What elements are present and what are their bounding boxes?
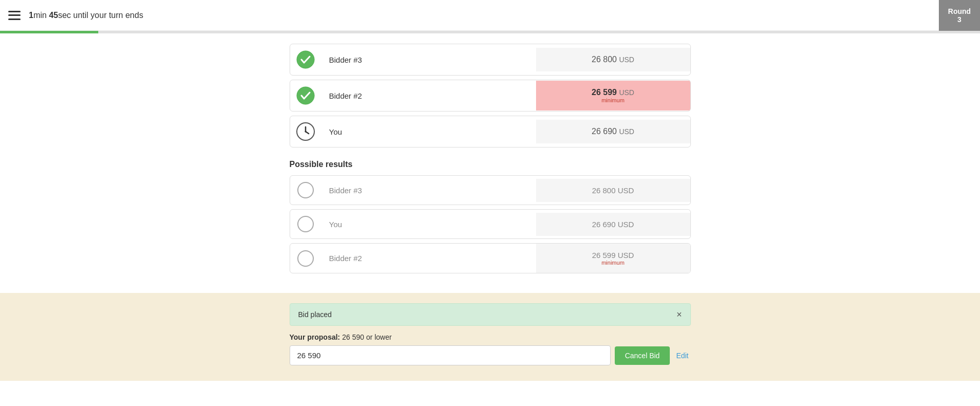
empty-circle-you-icon	[297, 216, 314, 232]
edit-link[interactable]: Edit	[674, 352, 690, 360]
timer-minutes: 1	[29, 11, 33, 20]
round-label: Round	[948, 7, 971, 15]
possible-bidder3-name: Bidder #3	[321, 186, 536, 195]
main-content: Bidder #3 26 800 USD Bidder #2 26 599 US…	[290, 33, 691, 288]
possible-bidder2-name: Bidder #2	[321, 254, 536, 263]
proposal-value: 26 590 or lower	[342, 333, 392, 341]
bidder2-icon	[290, 80, 321, 111]
header-timer: 1min 45sec until your turn ends	[29, 11, 143, 20]
progress-bar-fill	[0, 31, 98, 33]
possible-you-icon	[290, 210, 321, 238]
possible-bidder3-icon	[290, 176, 321, 205]
possible-row-bidder2: Bidder #2 26 599 USD minimum	[290, 243, 691, 273]
proposal-line: Your proposal: 26 590 or lower	[290, 333, 691, 341]
possible-row-you: You 26 690 USD	[290, 209, 691, 239]
timer-seconds-value: 45	[49, 11, 58, 20]
bidder3-amount: 26 800 USD	[536, 48, 690, 71]
svg-point-0	[297, 51, 314, 68]
possible-bidder3-amount: 26 800 USD	[536, 179, 690, 202]
bottom-inner: Bid placed × Your proposal: 26 590 or lo…	[290, 303, 691, 365]
bidder-row-2: Bidder #2 26 599 USD minimum	[290, 80, 691, 112]
svg-point-5	[305, 131, 306, 133]
bottom-panel: Bid placed × Your proposal: 26 590 or lo…	[0, 293, 980, 381]
timer-suffix-text: until your turn ends	[73, 11, 143, 20]
bidder2-amount: 26 599 USD minimum	[536, 81, 690, 110]
bidder3-icon	[290, 44, 321, 75]
possible-bidder2-amount: 26 599 USD minimum	[536, 244, 690, 273]
bidder3-name: Bidder #3	[321, 56, 536, 64]
empty-circle-bidder2-icon	[297, 250, 314, 267]
menu-icon[interactable]	[8, 11, 21, 20]
bidder-row-3: Bidder #3 26 800 USD	[290, 44, 691, 76]
svg-point-1	[297, 87, 314, 104]
you-icon	[290, 116, 321, 147]
timer-sec-label: sec	[58, 11, 71, 20]
possible-results-title: Possible results	[290, 160, 691, 169]
bid-placed-text: Bid placed	[298, 310, 332, 319]
bid-placed-banner: Bid placed ×	[290, 303, 691, 326]
bid-input[interactable]	[290, 345, 611, 365]
bid-input-row: Cancel Bid Edit	[290, 345, 691, 365]
bidder2-name: Bidder #2	[321, 91, 536, 100]
you-name: You	[321, 127, 536, 136]
round-badge: Round 3	[939, 0, 980, 31]
empty-circle-icon	[297, 182, 314, 198]
bid-placed-close-button[interactable]: ×	[676, 310, 682, 319]
possible-row-bidder3: Bidder #3 26 800 USD	[290, 175, 691, 205]
possible-you-name: You	[321, 220, 536, 229]
proposal-label: Your proposal:	[290, 333, 341, 341]
header: 1min 45sec until your turn ends Round 3	[0, 0, 980, 31]
timer-min-label: min	[33, 11, 47, 20]
you-amount: 26 690 USD	[536, 120, 690, 143]
cancel-bid-button[interactable]: Cancel Bid	[615, 346, 670, 365]
possible-you-amount: 26 690 USD	[536, 213, 690, 236]
possible-bidder2-icon	[290, 244, 321, 273]
round-number: 3	[957, 15, 961, 24]
bidder-row-you: You 26 690 USD	[290, 116, 691, 147]
